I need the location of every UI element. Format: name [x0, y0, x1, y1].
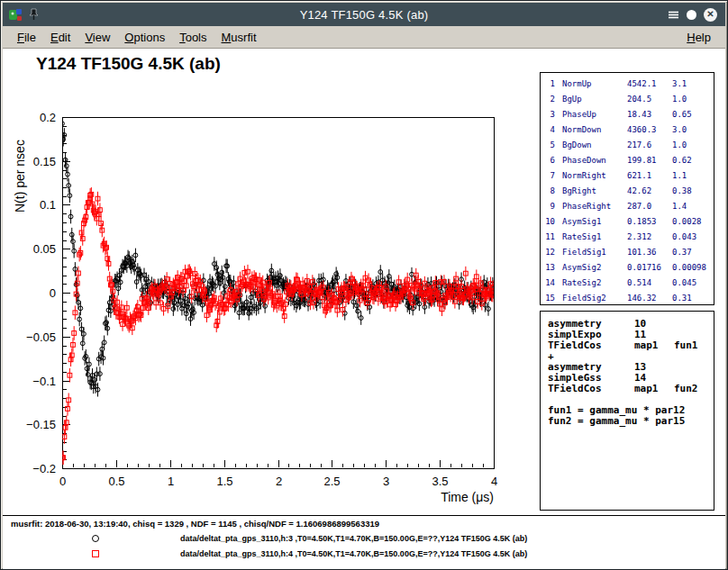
- close-icon[interactable]: ✕: [704, 8, 717, 22]
- param-row: 8BgRight42.620.38: [541, 184, 714, 199]
- app-icon[interactable]: [9, 8, 23, 22]
- param-row: 5BgDown217.61.0: [541, 138, 714, 153]
- menu-edit[interactable]: Edit: [43, 31, 77, 44]
- theory-t-name: TFieldCos: [548, 340, 634, 351]
- svg-text:3: 3: [383, 475, 389, 488]
- param-number: 4: [541, 122, 555, 138]
- param-name: NormDown: [562, 122, 627, 138]
- param-error: 1.0: [672, 138, 714, 153]
- theory-function: fun2 = gamma_mu * par15: [548, 416, 714, 427]
- menu-tools[interactable]: Tools: [172, 31, 214, 44]
- fit-stats: musrfit: 2018-06-30, 13:19:40, chisq = 1…: [11, 519, 379, 529]
- legend-marker-circle-icon: [92, 535, 99, 542]
- theory-box: asymmetry10simplExpo11TFieldCosmap1fun1+…: [540, 311, 714, 511]
- data-series-h3: [60, 116, 496, 396]
- theory-t-c1: map1: [634, 340, 674, 351]
- param-number: 10: [541, 214, 555, 230]
- param-name: PhaseUp: [562, 107, 627, 122]
- footer-separator: [3, 515, 725, 516]
- theory-t-c2: [674, 319, 714, 330]
- theory-t-name: TFieldCos: [548, 384, 634, 394]
- param-row: 12FieldSig1101.360.37: [541, 245, 714, 260]
- param-error: 1.1: [672, 168, 714, 184]
- legend-row: data/deltat_pta_gps_3110,h:4 ,T0=4.50K,T…: [3, 547, 725, 562]
- param-name: FieldSig1: [562, 245, 627, 260]
- param-number: 3: [541, 107, 555, 122]
- theory-t-c1: map1: [634, 384, 674, 394]
- param-error: 1.0: [672, 92, 714, 107]
- svg-text:4: 4: [491, 475, 497, 488]
- data-series-h4: [60, 187, 496, 465]
- param-error: 0.62: [672, 153, 714, 168]
- param-row: 1NormUp4542.13.1: [541, 77, 714, 92]
- maximize-icon[interactable]: [687, 10, 696, 20]
- svg-text:2: 2: [276, 475, 282, 488]
- param-name: BgUp: [562, 92, 627, 107]
- param-number: 2: [541, 92, 555, 107]
- param-error: 1.4: [672, 199, 714, 214]
- legend-label: data/deltat_pta_gps_3110,h:3 ,T0=4.50K,T…: [180, 534, 527, 543]
- legend-row: data/deltat_pta_gps_3110,h:3 ,T0=4.50K,T…: [3, 531, 725, 547]
- theory-line: TFieldCosmap1fun2: [548, 384, 714, 394]
- param-row: 6PhaseDown199.810.62: [541, 153, 714, 168]
- musr-histogram-plot[interactable]: −0.2−0.15−0.1−0.0500.050.10.150.200.511.…: [3, 49, 521, 512]
- param-number: 7: [541, 168, 555, 184]
- menu-view[interactable]: View: [77, 31, 117, 44]
- svg-text:0.05: 0.05: [33, 242, 56, 256]
- theory-t-c2: [674, 362, 714, 373]
- param-row: 2BgUp204.51.0: [541, 92, 714, 107]
- menubar: FileEditViewOptionsToolsMusrfit Help: [3, 26, 725, 49]
- svg-text:−0.15: −0.15: [26, 418, 56, 431]
- param-name: BgRight: [562, 184, 627, 199]
- theory-t-c2: fun1: [674, 340, 714, 351]
- close-icon-glyph: ✕: [704, 8, 717, 22]
- svg-text:−0.1: −0.1: [32, 375, 56, 388]
- y-axis-label: N(t) per nsec: [13, 140, 27, 213]
- param-value: 204.5: [627, 92, 672, 107]
- param-value: 0.514: [627, 276, 672, 291]
- menubar-left: FileEditViewOptionsToolsMusrfit: [10, 31, 264, 44]
- pin-icon[interactable]: [28, 8, 40, 21]
- theory-functions: fun1 = gamma_mu * par12fun2 = gamma_mu *…: [548, 405, 714, 427]
- param-number: 11: [541, 230, 555, 245]
- x-axis-label: Time (μs): [441, 490, 494, 504]
- param-name: RateSig1: [562, 230, 627, 245]
- menu-musrfit[interactable]: Musrfit: [214, 31, 264, 44]
- param-name: RateSig2: [562, 276, 627, 291]
- svg-text:1: 1: [168, 475, 174, 488]
- svg-text:2.5: 2.5: [323, 475, 340, 488]
- titlebar[interactable]: Y124 TF150G 4.5K (ab) ✕: [3, 3, 725, 26]
- svg-text:0.2: 0.2: [40, 111, 56, 124]
- param-number: 15: [541, 291, 555, 305]
- shade-icon[interactable]: [668, 9, 679, 21]
- param-name: FieldSig2: [562, 291, 627, 305]
- menu-help[interactable]: Help: [679, 31, 718, 44]
- param-name: BgDown: [562, 138, 627, 153]
- param-row: 15FieldSig2146.320.31: [541, 291, 714, 305]
- param-error: 0.045: [672, 276, 714, 291]
- param-error: 0.31: [672, 291, 714, 305]
- param-value: 146.32: [627, 291, 672, 305]
- menu-options[interactable]: Options: [117, 31, 172, 44]
- param-value: 2.312: [627, 230, 672, 245]
- theory-t-c2: fun2: [674, 384, 714, 394]
- param-value: 4360.3: [627, 122, 672, 138]
- param-value: 199.81: [627, 153, 672, 168]
- param-error: 0.00098: [672, 260, 714, 276]
- svg-text:3.5: 3.5: [432, 475, 448, 488]
- param-row: 13AsymSig20.017160.00098: [541, 260, 714, 276]
- param-row: 3PhaseUp18.430.65: [541, 107, 714, 122]
- menu-file[interactable]: File: [10, 31, 43, 44]
- theory-line: TFieldCosmap1fun1: [548, 340, 714, 351]
- param-row: 9PhaseRight287.01.4: [541, 199, 714, 214]
- param-name: PhaseRight: [562, 199, 627, 214]
- param-name: AsymSig2: [562, 260, 627, 276]
- param-row: 7NormRight621.11.1: [541, 168, 714, 184]
- param-error: 0.38: [672, 184, 714, 199]
- param-number: 8: [541, 184, 555, 199]
- param-error: 3.0: [672, 122, 714, 138]
- param-error: 0.65: [672, 107, 714, 122]
- svg-text:1.5: 1.5: [216, 475, 232, 488]
- titlebar-left: [3, 8, 40, 22]
- param-error: 3.1: [672, 77, 714, 92]
